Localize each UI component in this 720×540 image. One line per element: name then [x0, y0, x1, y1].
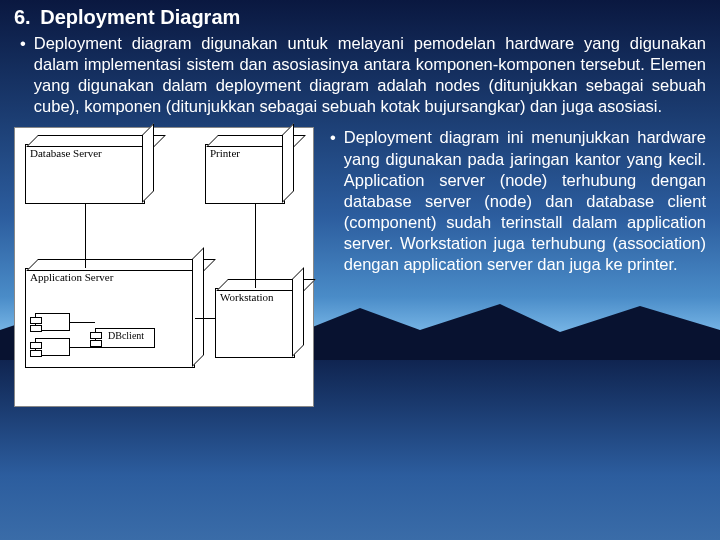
heading-title: Deployment Diagram [40, 6, 240, 28]
node-workstation: Workstation [215, 288, 295, 358]
lower-row: Database Server Printer Application Serv… [14, 127, 706, 407]
bullet-2-text: Deployment diagram ini menunjukkan hardw… [344, 127, 706, 275]
node-label: Printer [210, 147, 240, 159]
component-dbclient: DBclient [95, 328, 155, 348]
assoc-mini-dbclient-1 [70, 322, 95, 323]
slide-heading: 6. Deployment Diagram [14, 6, 706, 29]
assoc-mini-dbclient-2 [70, 347, 95, 348]
node-database-server: Database Server [25, 144, 145, 204]
bullet-1: • Deployment diagram digunakan untuk mel… [14, 33, 706, 117]
bullet-1-text: Deployment diagram digunakan untuk melay… [34, 33, 706, 117]
component-small-a [35, 313, 70, 331]
assoc-appserver-workstation [195, 318, 215, 319]
component-label: DBclient [108, 330, 144, 341]
deployment-diagram-figure: Database Server Printer Application Serv… [14, 127, 314, 407]
node-label: Workstation [220, 291, 274, 303]
assoc-printer-workstation [255, 204, 256, 288]
bullet-2: • Deployment diagram ini menunjukkan har… [330, 127, 706, 275]
heading-number: 6. [14, 6, 31, 28]
bullet-dot: • [330, 127, 336, 275]
assoc-dbserver-appserver [85, 204, 86, 268]
slide: 6. Deployment Diagram • Deployment diagr… [0, 0, 720, 417]
bullet-dot: • [20, 33, 26, 117]
node-printer: Printer [205, 144, 285, 204]
right-text-column: • Deployment diagram ini menunjukkan har… [324, 127, 706, 275]
node-label: Database Server [30, 147, 102, 159]
component-small-b [35, 338, 70, 356]
node-label: Application Server [30, 271, 113, 283]
